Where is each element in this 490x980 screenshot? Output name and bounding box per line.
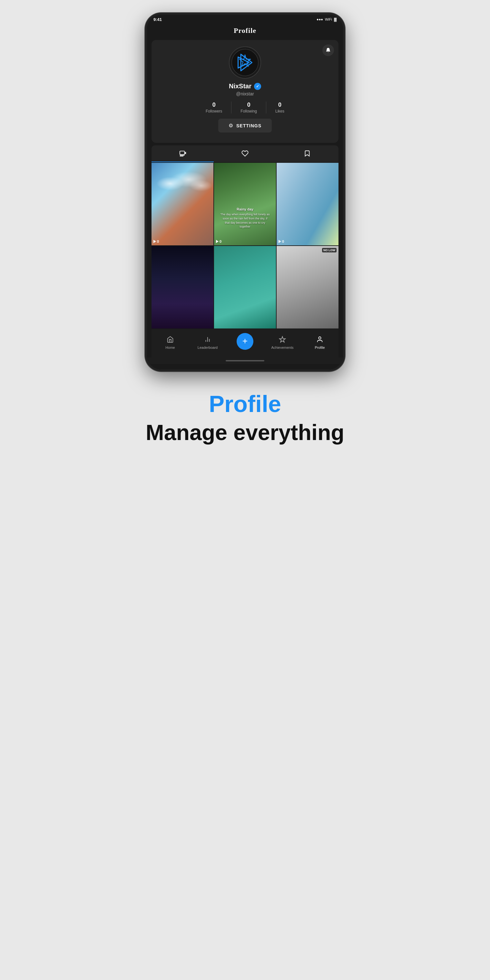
display-name: NixStar	[229, 83, 251, 90]
phone-frame: 9:41 ●●● WiFi ▓ Profile	[145, 13, 345, 371]
stats-row: 0 Followers 0 Following 0 Likes	[197, 102, 293, 113]
profile-nav-icon	[316, 336, 323, 345]
status-icons: ●●● WiFi ▓	[317, 18, 337, 21]
home-label: Home	[165, 345, 175, 350]
home-icon	[167, 336, 174, 345]
video-thumb-1[interactable]: 0	[151, 163, 213, 245]
svg-point-7	[318, 337, 321, 339]
bottom-profile-title: Profile	[146, 391, 344, 417]
profile-card: NixStar @nixstar 0 Followers 0 Following	[151, 40, 339, 143]
profile-nav-label: Profile	[315, 345, 325, 350]
tab-bookmarks[interactable]	[276, 145, 339, 162]
app-logo	[231, 49, 259, 76]
leaderboard-label: Leaderboard	[197, 345, 218, 350]
bookmark-icon	[304, 150, 311, 157]
nav-leaderboard[interactable]: Leaderboard	[189, 335, 226, 351]
bottom-nav: Home Leaderboard +	[151, 329, 339, 358]
avatar	[229, 46, 261, 79]
verified-badge	[254, 83, 261, 90]
status-time: 9:41	[153, 17, 162, 22]
likes-count: 0	[278, 102, 282, 108]
video-collection-icon	[179, 150, 186, 157]
achievements-icon	[279, 336, 286, 345]
battery-icon: ▓	[334, 18, 337, 21]
home-indicator	[147, 358, 343, 364]
user-name-row: NixStar	[229, 83, 261, 90]
heart-icon	[242, 150, 248, 157]
rainy-day-text: The day when everything felt lonely as s…	[220, 212, 270, 229]
followers-label: Followers	[206, 109, 222, 113]
svg-rect-1	[180, 151, 185, 155]
signal-icon: ●●●	[317, 18, 323, 21]
following-stat[interactable]: 0 Following	[231, 102, 266, 113]
phone-screen: 9:41 ●●● WiFi ▓ Profile	[147, 15, 343, 369]
achievements-label: Achievements	[271, 345, 293, 350]
wifi-icon: WiFi	[325, 18, 332, 21]
no-low-badge: NO LOW	[322, 248, 337, 252]
play-count-3: 0	[278, 240, 284, 243]
followers-count: 0	[212, 102, 216, 108]
video-thumb-2[interactable]: Rainy day The day when everything felt l…	[214, 163, 276, 245]
settings-button[interactable]: ⚙ SETTINGS	[218, 119, 272, 132]
rainy-day-title: Rainy day	[220, 207, 270, 212]
username-handle: @nixstar	[236, 91, 254, 96]
plus-icon: +	[242, 337, 248, 345]
page-title-bar: Profile	[147, 24, 343, 38]
nav-add[interactable]: +	[226, 332, 264, 354]
video-thumb-6[interactable]: NO LOW	[277, 246, 339, 328]
play-count-2: 0	[216, 240, 221, 243]
add-button[interactable]: +	[237, 333, 253, 350]
following-label: Following	[240, 109, 257, 113]
bell-icon	[325, 48, 331, 53]
svg-point-0	[232, 49, 259, 76]
nav-home[interactable]: Home	[151, 335, 189, 351]
page-title: Profile	[234, 26, 256, 35]
video-thumb-4[interactable]	[151, 246, 213, 328]
rainy-day-overlay: Rainy day The day when everything felt l…	[220, 207, 270, 229]
play-count-1: 0	[153, 240, 159, 243]
leaderboard-icon	[204, 336, 211, 345]
play-icon-3	[278, 240, 281, 243]
gear-icon: ⚙	[229, 123, 233, 129]
play-icon-1	[153, 240, 156, 243]
phone-wrapper: 9:41 ●●● WiFi ▓ Profile	[123, 0, 368, 371]
settings-label: SETTINGS	[236, 123, 261, 128]
nav-profile[interactable]: Profile	[301, 335, 339, 351]
tab-likes[interactable]	[214, 145, 276, 162]
tab-videos[interactable]	[151, 145, 214, 162]
video-thumb-5[interactable]	[214, 246, 276, 328]
home-bar	[226, 360, 264, 361]
bottom-text-section: Profile Manage everything	[120, 391, 370, 445]
bottom-manage-text: Manage everything	[146, 420, 344, 445]
followers-stat[interactable]: 0 Followers	[197, 102, 231, 113]
content-tabs	[151, 145, 339, 162]
likes-label: Likes	[275, 109, 284, 113]
following-count: 0	[247, 102, 250, 108]
nav-achievements[interactable]: Achievements	[264, 335, 301, 351]
video-thumb-3[interactable]: 0	[277, 163, 339, 245]
status-bar: 9:41 ●●● WiFi ▓	[147, 15, 343, 24]
video-grid: 0 Rainy day The day when everything felt…	[151, 163, 339, 328]
play-icon-2	[216, 240, 219, 243]
notification-button[interactable]	[322, 45, 334, 56]
avatar-section: NixStar @nixstar 0 Followers 0 Following	[158, 46, 332, 132]
likes-stat[interactable]: 0 Likes	[266, 102, 293, 113]
